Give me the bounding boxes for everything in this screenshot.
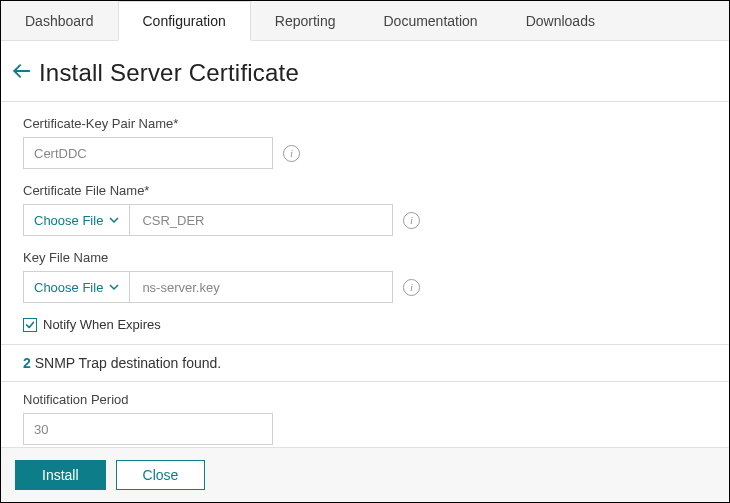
period-input[interactable]: [23, 413, 273, 445]
info-icon[interactable]: i: [403, 279, 420, 296]
tab-dashboard[interactable]: Dashboard: [1, 1, 118, 40]
key-file-label: Key File Name: [23, 250, 707, 265]
cert-file-combo: Choose File CSR_DER: [23, 204, 393, 236]
key-file-value: ns-server.key: [130, 272, 392, 302]
close-button[interactable]: Close: [116, 460, 206, 490]
back-arrow-icon[interactable]: [11, 61, 31, 85]
install-button[interactable]: Install: [15, 460, 106, 490]
notify-checkbox[interactable]: [23, 318, 37, 332]
cert-file-value: CSR_DER: [130, 205, 392, 235]
tab-reporting[interactable]: Reporting: [251, 1, 360, 40]
snmp-status: 2 SNMP Trap destination found.: [23, 355, 707, 371]
period-label: Notification Period: [23, 392, 707, 407]
snmp-text: SNMP Trap destination found.: [31, 355, 221, 371]
chevron-down-icon: [109, 213, 119, 228]
page-title: Install Server Certificate: [39, 59, 299, 87]
cert-pair-label: Certificate-Key Pair Name*: [23, 116, 707, 131]
key-file-choose-button[interactable]: Choose File: [24, 272, 130, 302]
info-icon[interactable]: i: [403, 212, 420, 229]
choose-file-label: Choose File: [34, 280, 103, 295]
footer-actions: Install Close: [1, 447, 729, 502]
cert-pair-input[interactable]: [23, 137, 273, 169]
top-tabs: Dashboard Configuration Reporting Docume…: [1, 1, 729, 41]
cert-file-label: Certificate File Name*: [23, 183, 707, 198]
key-file-combo: Choose File ns-server.key: [23, 271, 393, 303]
divider: [1, 344, 729, 345]
info-icon[interactable]: i: [283, 145, 300, 162]
tab-documentation[interactable]: Documentation: [359, 1, 501, 40]
tab-configuration[interactable]: Configuration: [118, 1, 251, 41]
page-header: Install Server Certificate: [1, 41, 729, 101]
cert-file-choose-button[interactable]: Choose File: [24, 205, 130, 235]
tab-downloads[interactable]: Downloads: [502, 1, 619, 40]
snmp-count: 2: [23, 355, 31, 371]
chevron-down-icon: [109, 280, 119, 295]
choose-file-label: Choose File: [34, 213, 103, 228]
divider: [1, 381, 729, 382]
notify-label: Notify When Expires: [43, 317, 161, 332]
form-area: Certificate-Key Pair Name* i Certificate…: [1, 101, 729, 447]
